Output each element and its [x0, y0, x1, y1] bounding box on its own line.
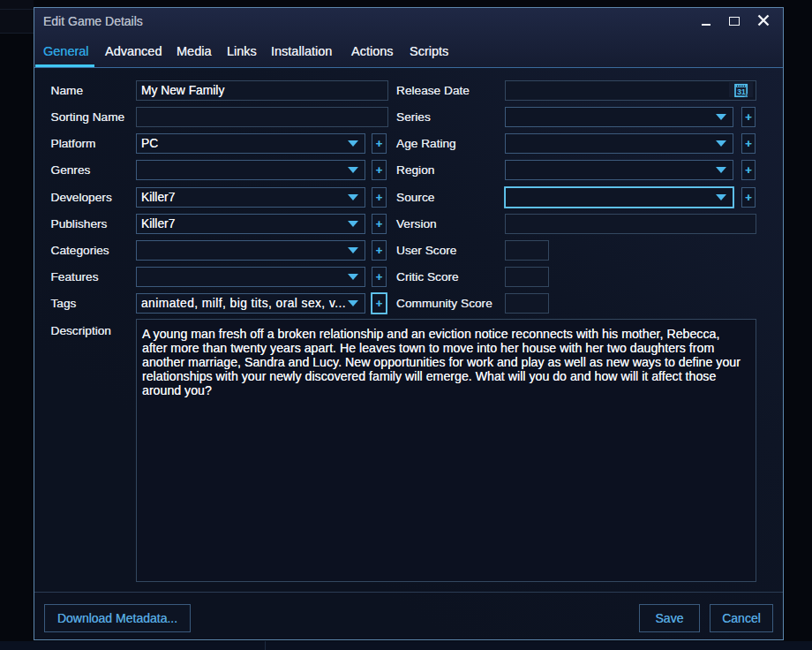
svg-text:31: 31	[737, 87, 746, 95]
